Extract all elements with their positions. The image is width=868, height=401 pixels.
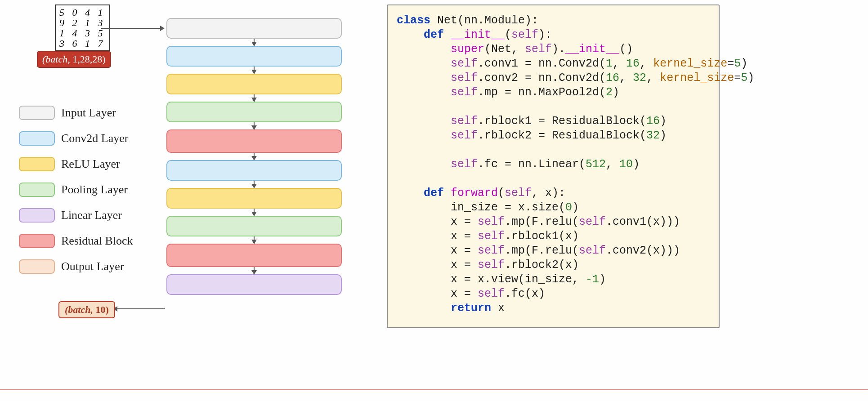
flow-pool-layer xyxy=(166,102,342,122)
arrow-down-icon xyxy=(254,267,255,274)
code-token: ( xyxy=(498,187,505,200)
code-token: ) xyxy=(599,273,606,286)
code-blank xyxy=(397,100,403,113)
code-token: x = xyxy=(397,258,478,272)
code-token: , xyxy=(619,71,633,85)
flow-conv-layer xyxy=(166,46,342,67)
legend-item-output: Output Layer xyxy=(19,259,133,274)
code-token: 16 xyxy=(606,71,619,85)
legend-item-pool: Pooling Layer xyxy=(19,183,133,197)
code-token: self xyxy=(579,244,606,257)
flow-relu-layer xyxy=(166,188,342,209)
code-token: x xyxy=(491,302,505,315)
code-token: super xyxy=(397,43,484,56)
code-token: self xyxy=(397,71,478,85)
code-token: ) xyxy=(633,158,640,171)
swatch-input xyxy=(19,106,55,120)
mnist-row: 9 2 1 3 xyxy=(59,18,106,28)
legend-item-relu: ReLU Layer xyxy=(19,157,133,171)
code-token: .mp(F.relu( xyxy=(505,215,579,228)
bottom-divider xyxy=(0,389,868,390)
mnist-row: 1 4 3 5 xyxy=(59,28,106,38)
code-token: = xyxy=(734,71,741,85)
code-token: -1 xyxy=(586,273,599,286)
flow-residual-block xyxy=(166,129,342,153)
code-token: self xyxy=(397,129,478,142)
code-token: self xyxy=(397,86,478,99)
code-token: ) xyxy=(741,57,747,70)
architecture-diagram: 5 0 4 1 9 2 1 3 1 4 3 5 3 6 1 7 (batch, … xyxy=(9,4,360,328)
swatch-relu xyxy=(19,157,55,171)
flow-relu-layer xyxy=(166,74,342,94)
legend: Input Layer Conv2d Layer ReLU Layer Pool… xyxy=(19,106,133,274)
code-token: 16 xyxy=(626,57,640,70)
legend-label: Residual Block xyxy=(61,234,133,248)
legend-item-conv: Conv2d Layer xyxy=(19,131,133,146)
code-token: .rblock1 = ResidualBlock( xyxy=(478,115,646,128)
swatch-conv xyxy=(19,131,55,146)
legend-item-input: Input Layer xyxy=(19,106,133,120)
legend-label: Conv2d Layer xyxy=(61,132,128,145)
code-token: ): xyxy=(538,28,552,41)
code-token: 32 xyxy=(633,71,646,85)
mnist-row: 5 0 4 1 xyxy=(59,7,106,18)
code-token: self xyxy=(478,258,505,272)
arrow-down-icon xyxy=(254,94,255,102)
code-token: ) xyxy=(572,201,579,214)
code-token: self xyxy=(478,215,505,228)
arrow-down-icon xyxy=(254,39,255,46)
code-token: self xyxy=(579,215,606,228)
code-token: = xyxy=(727,57,734,70)
code-token: x = xyxy=(397,215,478,228)
code-token: 5 xyxy=(734,57,741,70)
code-token: .fc(x) xyxy=(505,287,545,300)
arrow-flow-to-output xyxy=(113,308,165,309)
code-token: def xyxy=(397,187,444,200)
code-token: 16 xyxy=(646,115,660,128)
code-token: ) xyxy=(660,115,667,128)
input-shape-label: (batch, 1,28,28) xyxy=(37,51,111,68)
code-token: 2 xyxy=(606,86,613,99)
code-token: , x): xyxy=(532,187,565,200)
code-token: kernel_size xyxy=(660,71,734,85)
code-token: .fc = nn.Linear( xyxy=(478,158,586,171)
code-token: self xyxy=(525,43,552,56)
code-token: self xyxy=(478,287,505,300)
code-token: forward xyxy=(444,187,498,200)
flow-pool-layer xyxy=(166,216,342,236)
legend-label: Pooling Layer xyxy=(61,183,128,196)
swatch-resid xyxy=(19,234,55,248)
code-token: , xyxy=(640,57,653,70)
code-token: self xyxy=(511,28,538,41)
arrow-down-icon xyxy=(254,153,255,160)
code-token: (Net, xyxy=(484,43,525,56)
legend-label: ReLU Layer xyxy=(61,157,120,171)
code-token: , xyxy=(613,57,626,70)
code-token: self xyxy=(505,187,532,200)
code-token: self xyxy=(397,115,478,128)
code-token: ). xyxy=(552,43,565,56)
code-token: Net(nn.Module): xyxy=(430,14,538,27)
arrow-down-icon xyxy=(254,236,255,244)
code-token: x = xyxy=(397,230,478,243)
code-token: x = xyxy=(397,244,478,257)
code-token: .mp(F.relu( xyxy=(505,244,579,257)
swatch-pool xyxy=(19,183,55,197)
arrow-input-to-flow xyxy=(101,28,164,29)
code-token: .rblock2 = ResidualBlock( xyxy=(478,129,646,142)
code-token: () xyxy=(619,43,633,56)
legend-label: Linear Layer xyxy=(61,209,122,222)
arrow-down-icon xyxy=(254,209,255,216)
flow-conv-layer xyxy=(166,160,342,181)
code-token: 512 xyxy=(586,158,606,171)
code-token: .conv1(x))) xyxy=(606,215,680,228)
code-token: ) xyxy=(660,129,667,142)
flow-linear-layer xyxy=(166,274,342,295)
code-token: 32 xyxy=(646,129,660,142)
code-token: x = xyxy=(397,287,478,300)
code-token: 5 xyxy=(741,71,747,85)
code-token: , xyxy=(646,71,660,85)
layer-flow xyxy=(166,18,342,295)
code-token: .conv1 = nn.Conv2d( xyxy=(478,57,606,70)
code-token: .conv2 = nn.Conv2d( xyxy=(478,71,606,85)
